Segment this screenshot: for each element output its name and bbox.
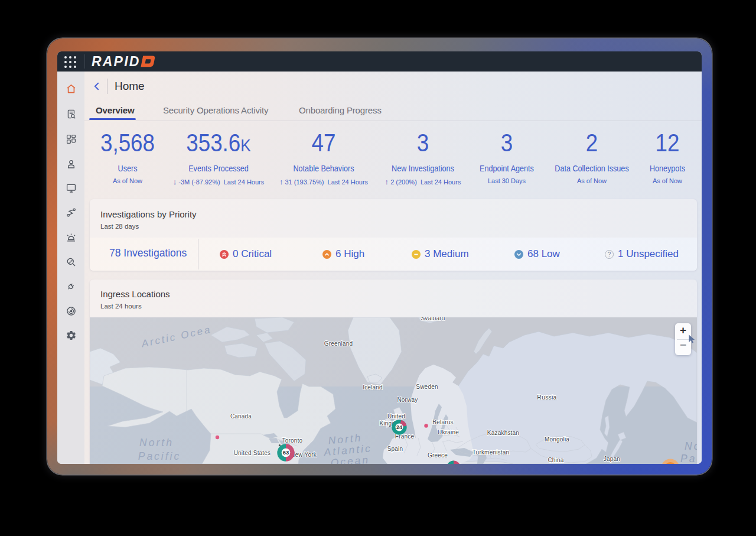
svg-text:63: 63 <box>283 449 289 456</box>
svg-text:Mongolia: Mongolia <box>545 436 569 443</box>
svg-text:Russia: Russia <box>537 394 556 401</box>
svg-text:Toronto: Toronto <box>282 437 303 444</box>
svg-text:Sweden: Sweden <box>416 384 438 390</box>
svg-text:Norway: Norway <box>397 397 418 403</box>
svg-text:Belarus: Belarus <box>432 419 453 425</box>
svg-text:Turkmenistan: Turkmenistan <box>472 449 510 456</box>
svg-text:Iceland: Iceland <box>363 384 383 391</box>
svg-text:Pac: Pac <box>680 453 697 464</box>
svg-text:New York: New York <box>291 451 317 458</box>
svg-text:United: United <box>387 413 405 420</box>
svg-text:Spain: Spain <box>387 446 403 452</box>
svg-text:North: North <box>139 437 174 449</box>
svg-text:24: 24 <box>396 424 402 430</box>
svg-text:Svalbard: Svalbard <box>421 317 445 321</box>
svg-text:Canada: Canada <box>230 413 252 420</box>
svg-text:United States: United States <box>234 450 271 456</box>
svg-text:Pacific: Pacific <box>138 450 181 462</box>
svg-text:Japan: Japan <box>604 456 620 462</box>
svg-text:No: No <box>685 440 697 452</box>
svg-text:China: China <box>548 457 563 463</box>
svg-text:Ukraine: Ukraine <box>438 429 459 436</box>
svg-text:Greenland: Greenland <box>324 340 353 347</box>
svg-text:Kazakhstan: Kazakhstan <box>487 430 519 436</box>
svg-text:Greece: Greece <box>428 452 448 459</box>
